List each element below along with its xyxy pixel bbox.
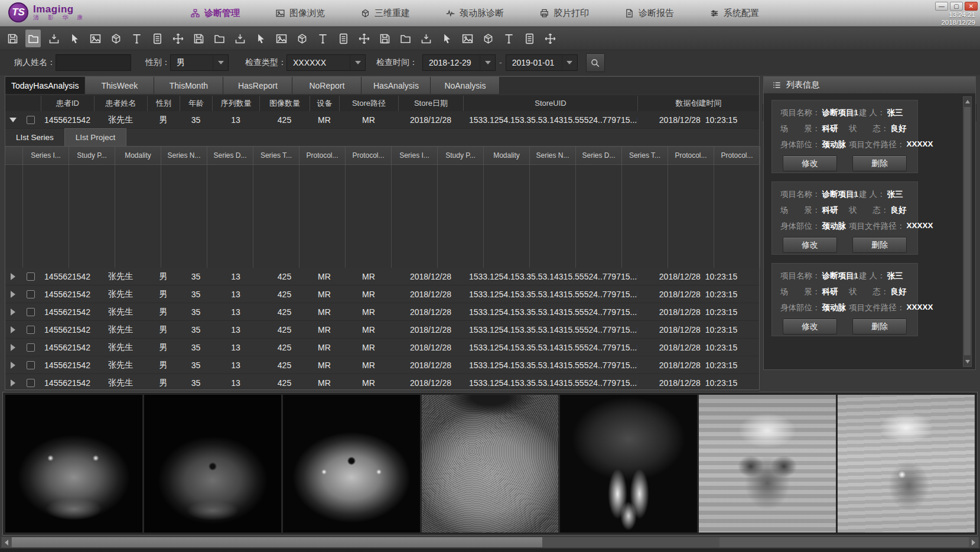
- column-header[interactable]: 数据创建时间: [637, 96, 759, 111]
- save-button[interactable]: [377, 30, 392, 47]
- series-column-header[interactable]: Series I...: [23, 147, 69, 164]
- expand-caret-icon[interactable]: [11, 291, 15, 298]
- series-column-header[interactable]: Series N...: [161, 147, 207, 164]
- nav-diagnosis-management[interactable]: 诊断管理: [190, 8, 240, 19]
- series-column-header[interactable]: Series T...: [622, 147, 668, 164]
- mri-thumbnail-3[interactable]: [283, 395, 420, 532]
- patient-name-input[interactable]: [56, 54, 131, 71]
- modify-button[interactable]: 修改: [783, 237, 837, 253]
- column-header[interactable]: 序列数量: [212, 96, 259, 111]
- column-header[interactable]: 年龄: [180, 96, 212, 111]
- patient-row[interactable]: 1455621542 张先生 男 35 13 425 MR MR 2018/12…: [5, 321, 759, 339]
- open-folder-button[interactable]: [25, 30, 41, 47]
- chevron-down-icon[interactable]: [350, 55, 365, 70]
- expand-caret-icon[interactable]: [11, 309, 15, 316]
- chevron-down-icon[interactable]: [480, 55, 495, 70]
- column-header[interactable]: Store日期: [398, 96, 463, 111]
- series-column-header[interactable]: Series I...: [392, 147, 438, 164]
- row-checkbox[interactable]: [27, 290, 35, 298]
- series-column-header[interactable]: Study P...: [438, 147, 484, 164]
- column-header[interactable]: 患者姓名: [94, 96, 147, 111]
- delete-card-button[interactable]: 删除: [852, 237, 907, 253]
- row-checkbox[interactable]: [27, 361, 35, 369]
- panel-scrollbar[interactable]: [963, 96, 972, 367]
- expand-caret-icon[interactable]: [11, 344, 15, 351]
- minimize-button[interactable]: —: [935, 2, 948, 11]
- chevron-down-icon[interactable]: [562, 55, 577, 70]
- volume-3d-button[interactable]: [108, 30, 123, 47]
- scrollbar-thumb[interactable]: [964, 107, 971, 355]
- row-checkbox[interactable]: [27, 308, 35, 316]
- patient-row[interactable]: 1455621542 张先生 男 35 13 425 MR MR 2018/12…: [5, 303, 759, 321]
- date-from-select[interactable]: 2018-12-29: [422, 54, 496, 71]
- row-checkbox[interactable]: [27, 116, 35, 124]
- image-button[interactable]: [460, 30, 475, 47]
- series-column-header[interactable]: Series D...: [576, 147, 622, 164]
- row-checkbox[interactable]: [27, 343, 35, 352]
- column-header[interactable]: StoreUID: [463, 96, 637, 111]
- date-to-select[interactable]: 2019-01-01: [506, 54, 578, 71]
- worklist-tab[interactable]: HasAnalysis: [362, 77, 431, 94]
- volume-3d-button[interactable]: [294, 30, 310, 47]
- close-button[interactable]: ✕: [965, 2, 978, 11]
- text-annotation-button[interactable]: [129, 30, 144, 47]
- series-column-header[interactable]: Modality: [115, 147, 161, 164]
- mri-thumbnail-6[interactable]: [699, 395, 836, 532]
- scroll-down-button[interactable]: [963, 358, 971, 366]
- worklist-tab[interactable]: TodayHasAnalysis: [5, 77, 85, 94]
- image-button[interactable]: [274, 30, 289, 47]
- collapse-caret-icon[interactable]: [9, 118, 17, 122]
- series-column-header[interactable]: Series D...: [207, 147, 253, 164]
- nav-system-config[interactable]: 系统配置: [709, 8, 759, 19]
- pan-move-button[interactable]: [356, 30, 372, 47]
- worklist-tab[interactable]: HasReport: [223, 77, 292, 94]
- nav-diagnosis-report[interactable]: 诊断报告: [624, 8, 674, 19]
- pan-move-button[interactable]: [542, 30, 558, 47]
- image-button[interactable]: [87, 30, 103, 47]
- series-subtab[interactable]: LIst Project: [64, 128, 127, 146]
- gender-select[interactable]: 男: [170, 54, 229, 71]
- column-header[interactable]: 图像数量: [259, 96, 310, 111]
- mri-thumbnail-7[interactable]: [838, 395, 975, 532]
- patient-row-expanded[interactable]: 1455621542 张先生 男 35 13 425 MR MR 2018/12…: [5, 111, 759, 129]
- expand-caret-icon[interactable]: [11, 362, 15, 369]
- nav-film-print[interactable]: 胶片打印: [539, 8, 589, 19]
- series-select-all-checkbox-cell[interactable]: [5, 147, 23, 164]
- series-column-header[interactable]: Protocol...: [668, 147, 714, 164]
- patient-row[interactable]: 1455621542 张先生 男 35 13 425 MR MR 2018/12…: [5, 339, 759, 356]
- import-button[interactable]: [418, 30, 434, 47]
- mri-thumbnail-2[interactable]: [144, 395, 281, 532]
- expand-caret-icon[interactable]: [11, 326, 15, 333]
- series-column-header[interactable]: Protocol...: [346, 147, 392, 164]
- scroll-up-button[interactable]: [963, 98, 971, 106]
- row-checkbox[interactable]: [27, 272, 35, 281]
- import-button[interactable]: [46, 30, 61, 47]
- delete-card-button[interactable]: 删除: [852, 319, 907, 335]
- column-header[interactable]: 患者ID: [41, 96, 94, 111]
- mri-thumbnail-4[interactable]: [422, 395, 559, 532]
- save-button[interactable]: [5, 30, 20, 47]
- column-header[interactable]: 设备: [310, 96, 339, 111]
- row-checkbox[interactable]: [27, 326, 35, 334]
- row-checkbox[interactable]: [27, 379, 35, 387]
- text-annotation-button[interactable]: [501, 30, 516, 47]
- open-folder-button[interactable]: [211, 30, 227, 47]
- series-column-header[interactable]: Study P...: [69, 147, 115, 164]
- expand-caret-icon[interactable]: [11, 273, 15, 280]
- maximize-button[interactable]: ▢: [950, 2, 963, 11]
- patient-row[interactable]: 1455621542 张先生 男 35 13 425 MR MR 2018/12…: [5, 374, 759, 392]
- volume-3d-button[interactable]: [480, 30, 496, 47]
- series-column-header[interactable]: Modality: [484, 147, 530, 164]
- mri-thumbnail-5[interactable]: [560, 395, 697, 532]
- nav-carotid-diagnosis[interactable]: 颈动脉诊断: [445, 8, 504, 19]
- nav-3d-reconstruction[interactable]: 三维重建: [360, 8, 410, 19]
- expand-caret-icon[interactable]: [11, 379, 15, 387]
- chevron-down-icon[interactable]: [213, 55, 228, 70]
- scroll-left-button[interactable]: [2, 537, 11, 547]
- patient-row[interactable]: 1455621542 张先生 男 35 13 425 MR MR 2018/12…: [5, 268, 759, 285]
- scrollbar-thumb[interactable]: [12, 537, 542, 547]
- worklist-tab[interactable]: NoAnalysis: [431, 77, 500, 94]
- horizontal-scrollbar[interactable]: [1, 537, 979, 548]
- series-subtab[interactable]: LIst Series: [5, 128, 64, 146]
- worklist-tab[interactable]: NoReport: [292, 77, 362, 94]
